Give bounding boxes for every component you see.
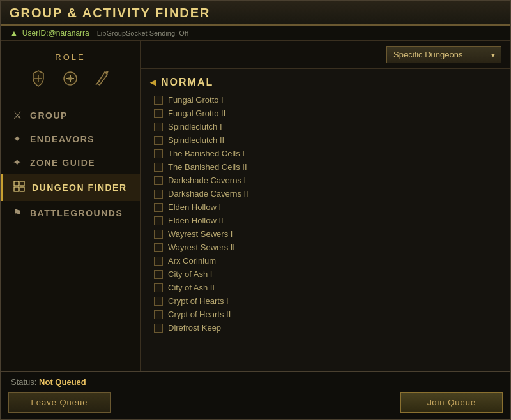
user-bar: ▲ UserID:@naranarra LibGroupSocket Sendi… [1, 26, 510, 41]
nav-label-dungeon-finder: DUNGEON FINDER [32, 183, 127, 193]
list-item[interactable]: Spindleclutch I [150, 120, 505, 133]
list-item[interactable]: City of Ash II [150, 281, 505, 294]
dungeon-type-dropdown[interactable]: Any Dungeon Specific Dungeons Random Nor… [386, 46, 501, 63]
dungeon-name: Elden Hollow II [168, 216, 224, 225]
dungeon-checkbox[interactable] [154, 230, 163, 239]
status-value: Not Queued [39, 377, 86, 387]
list-item[interactable]: Wayrest Sewers I [150, 227, 505, 241]
dungeon-checkbox[interactable] [154, 270, 163, 279]
content-area: Any Dungeon Specific Dungeons Random Nor… [141, 41, 510, 371]
dungeon-checkbox[interactable] [154, 283, 163, 292]
dungeon-name: Spindleclutch I [168, 122, 222, 131]
dungeon-name: Crypt of Hearts I [168, 296, 229, 306]
list-item[interactable]: Crypt of Hearts II [150, 308, 505, 321]
svg-rect-5 [14, 181, 19, 186]
dungeon-checkbox[interactable] [154, 257, 163, 266]
app-container: GROUP & ACTIVITY FINDER ▲ UserID:@narana… [0, 0, 511, 420]
button-row: Leave Queue Join Queue [1, 389, 510, 419]
role-healer-button[interactable] [59, 67, 82, 90]
list-item[interactable]: Fungal Grotto II [150, 107, 505, 120]
list-item[interactable]: Elden Hollow II [150, 214, 505, 227]
list-item[interactable]: Arx Corinium [150, 254, 505, 267]
nav-label-zone-guide: ZONE GUIDE [30, 158, 95, 168]
svg-rect-6 [20, 181, 24, 186]
role-icons [1, 67, 140, 90]
zone-guide-icon: ✦ [11, 156, 24, 169]
dungeon-checkbox[interactable] [154, 297, 163, 306]
join-queue-button[interactable]: Join Queue [400, 392, 503, 413]
sidebar-item-group[interactable]: ⚔ GROUP [1, 103, 140, 127]
dungeon-name: The Banished Cells II [168, 162, 247, 172]
svg-rect-7 [14, 187, 19, 191]
dungeon-name: Crypt of Hearts II [168, 310, 231, 319]
list-item[interactable]: Direfrost Keep [150, 321, 505, 334]
list-item[interactable]: City of Ash I [150, 267, 505, 281]
dungeon-name: Darkshade Caverns I [168, 176, 246, 185]
user-id: UserID:@naranarra [22, 29, 89, 38]
dungeon-name: Direfrost Keep [168, 323, 221, 333]
dungeon-checkbox[interactable] [154, 96, 163, 105]
main-layout: ROLE [1, 41, 510, 371]
dungeon-checkbox[interactable] [154, 324, 163, 333]
svg-point-3 [68, 77, 72, 80]
nav-label-battlegrounds: BATTLEGROUNDS [30, 208, 123, 218]
list-item[interactable]: Fungal Grotto I [150, 93, 505, 107]
dungeon-name: City of Ash II [168, 283, 215, 292]
sidebar-item-battlegrounds[interactable]: ⚑ BATTLEGROUNDS [1, 201, 140, 225]
sidebar-item-endeavors[interactable]: ✦ ENDEAVORS [1, 127, 140, 151]
dungeon-name: Spindleclutch II [168, 135, 224, 145]
dropdown-bar: Any Dungeon Specific Dungeons Random Nor… [141, 41, 510, 69]
role-section: ROLE [1, 47, 140, 98]
app-title: GROUP & ACTIVITY FINDER [10, 6, 211, 20]
dungeon-name: Fungal Grotto I [168, 95, 224, 105]
list-item[interactable]: Wayrest Sewers II [150, 241, 505, 254]
dungeon-name: Darkshade Caverns II [168, 189, 248, 199]
svg-rect-8 [20, 187, 24, 191]
dungeon-name: Elden Hollow I [168, 202, 221, 212]
list-item[interactable]: Crypt of Hearts I [150, 294, 505, 308]
dungeon-list-scroll[interactable]: ◀ NORMAL Fungal Grotto I Fungal Grotto I… [141, 74, 510, 366]
list-item[interactable]: The Banished Cells I [150, 147, 505, 160]
section-collapse-icon[interactable]: ◀ [150, 78, 157, 87]
dungeon-checkbox[interactable] [154, 163, 163, 172]
role-label: ROLE [1, 52, 140, 62]
role-tank-button[interactable] [27, 67, 50, 90]
dungeon-name: City of Ash I [168, 269, 212, 279]
dungeon-checkbox[interactable] [154, 123, 163, 131]
leave-queue-button[interactable]: Leave Queue [8, 392, 111, 413]
battlegrounds-icon: ⚑ [11, 207, 24, 219]
dungeon-checkbox[interactable] [154, 136, 163, 145]
dungeon-name: Wayrest Sewers I [168, 229, 233, 239]
role-dps-button[interactable] [91, 67, 114, 90]
dungeon-name: Arx Corinium [168, 256, 216, 266]
dungeon-finder-icon [13, 180, 26, 195]
list-item[interactable]: The Banished Cells II [150, 160, 505, 174]
nav-label-group: GROUP [30, 110, 68, 121]
dungeon-name: Fungal Grotto II [168, 109, 225, 118]
dungeon-checkbox[interactable] [154, 243, 163, 252]
list-item[interactable]: Elden Hollow I [150, 200, 505, 214]
bottom-bar: Status: Not Queued Leave Queue Join Queu… [1, 371, 510, 419]
dungeon-checkbox[interactable] [154, 203, 163, 212]
socket-info: LibGroupSocket Sending: Off [97, 29, 188, 37]
dungeon-checkbox[interactable] [154, 176, 163, 185]
dungeon-list-container: ◀ NORMAL Fungal Grotto I Fungal Grotto I… [141, 69, 510, 371]
sidebar-item-dungeon-finder[interactable]: DUNGEON FINDER [1, 174, 140, 201]
list-item[interactable]: Darkshade Caverns I [150, 174, 505, 187]
user-icon: ▲ [10, 28, 19, 38]
status-row: Status: Not Queued [1, 372, 510, 389]
dungeon-type-dropdown-wrapper: Any Dungeon Specific Dungeons Random Nor… [386, 46, 501, 63]
dungeon-checkbox[interactable] [154, 109, 163, 118]
list-item[interactable]: Spindleclutch II [150, 133, 505, 147]
dungeon-name: The Banished Cells I [168, 149, 245, 158]
title-bar: GROUP & ACTIVITY FINDER [1, 1, 510, 26]
group-icon: ⚔ [11, 109, 24, 121]
list-item[interactable]: Darkshade Caverns II [150, 187, 505, 200]
status-label: Status: [11, 377, 36, 387]
section-header-normal: ◀ NORMAL [150, 74, 505, 93]
dungeon-checkbox[interactable] [154, 149, 163, 158]
sidebar-item-zone-guide[interactable]: ✦ ZONE GUIDE [1, 151, 140, 174]
dungeon-checkbox[interactable] [154, 216, 163, 225]
dungeon-checkbox[interactable] [154, 310, 163, 319]
dungeon-checkbox[interactable] [154, 190, 163, 199]
